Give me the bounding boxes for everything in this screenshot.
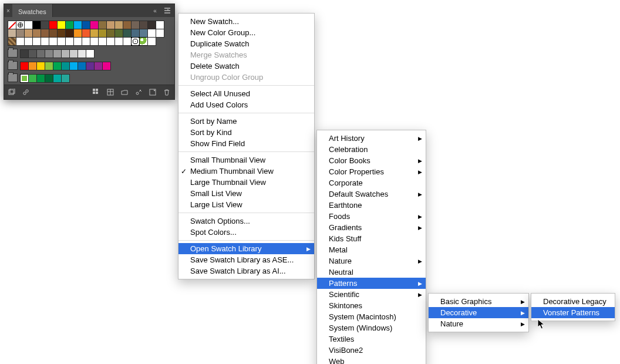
menu-item[interactable]: New Swatch... xyxy=(178,16,314,27)
swatch[interactable] xyxy=(45,62,53,70)
swatch[interactable] xyxy=(61,62,70,70)
menu-item[interactable]: Duplicate Swatch xyxy=(178,38,314,49)
swatch[interactable] xyxy=(53,62,62,70)
new-group-icon[interactable] xyxy=(120,88,129,96)
swatch[interactable] xyxy=(16,29,25,38)
swatch[interactable] xyxy=(61,74,70,83)
menu-item[interactable]: New Color Group... xyxy=(178,27,314,38)
swatch[interactable] xyxy=(73,29,82,38)
folder-icon[interactable] xyxy=(8,61,18,70)
menu-item[interactable]: Color Properties xyxy=(317,166,426,177)
swatch[interactable] xyxy=(156,29,164,38)
menu-item[interactable]: Large List View xyxy=(178,199,314,210)
swatch[interactable] xyxy=(90,21,99,29)
swatch[interactable] xyxy=(69,62,78,70)
swatch[interactable] xyxy=(102,62,111,70)
menu-item[interactable]: Save Swatch Library as AI... xyxy=(178,265,314,277)
menu-item[interactable]: Kids Stuff xyxy=(317,233,426,244)
swatch[interactable] xyxy=(131,21,140,29)
swatch[interactable] xyxy=(82,29,90,38)
swatch[interactable] xyxy=(57,29,66,38)
swatch[interactable] xyxy=(28,49,37,58)
swatches-tab[interactable]: Swatches xyxy=(12,4,53,17)
swatch[interactable] xyxy=(36,49,45,58)
swatch[interactable] xyxy=(106,21,115,29)
swatch[interactable] xyxy=(49,37,58,46)
menu-item[interactable]: Sort by Kind xyxy=(178,127,314,138)
swatch[interactable] xyxy=(90,37,99,46)
swatch[interactable] xyxy=(45,49,53,58)
swatch[interactable] xyxy=(8,29,16,38)
swatch-selected[interactable] xyxy=(20,74,29,83)
swatch[interactable] xyxy=(57,37,66,46)
menu-item[interactable]: Vonster Patterns xyxy=(531,307,615,318)
swatch[interactable] xyxy=(53,74,62,83)
menu-item[interactable]: Add Used Colors xyxy=(178,99,314,110)
swatch[interactable] xyxy=(8,37,16,46)
folder-icon[interactable] xyxy=(8,49,18,58)
swatch[interactable] xyxy=(131,37,140,46)
swatch[interactable] xyxy=(139,29,148,38)
menu-item[interactable]: Sort by Name xyxy=(178,116,314,127)
swatch[interactable] xyxy=(98,21,107,29)
swatch[interactable] xyxy=(24,29,33,38)
swatch[interactable] xyxy=(32,29,41,38)
swatch[interactable] xyxy=(45,74,53,83)
swatch[interactable] xyxy=(106,37,115,46)
swatch[interactable] xyxy=(53,49,62,58)
new-swatch-icon[interactable] xyxy=(149,88,157,96)
panel-close-button[interactable]: × xyxy=(4,4,12,17)
swatch[interactable] xyxy=(24,37,33,46)
swatch[interactable] xyxy=(123,21,132,29)
menu-item[interactable]: Neutral xyxy=(317,267,426,278)
menu-item[interactable]: Save Swatch Library as ASE... xyxy=(178,254,314,265)
swatch[interactable] xyxy=(86,62,95,70)
swatch[interactable] xyxy=(156,21,164,29)
menu-item[interactable]: VisiBone2 xyxy=(317,345,426,356)
swatch[interactable] xyxy=(90,29,99,38)
swatch[interactable] xyxy=(147,29,156,38)
swatch[interactable] xyxy=(114,21,123,29)
menu-item[interactable]: Open Swatch Library xyxy=(178,243,314,254)
swatch[interactable] xyxy=(36,74,45,83)
swatch[interactable] xyxy=(73,37,82,46)
menu-item[interactable]: Large Thumbnail View xyxy=(178,177,314,188)
swatch[interactable] xyxy=(82,37,90,46)
menu-item[interactable]: Small Thumbnail View xyxy=(178,154,314,166)
swatch[interactable] xyxy=(78,49,86,58)
menu-item[interactable]: Nature xyxy=(429,318,528,329)
swatch[interactable] xyxy=(16,21,25,29)
swatch[interactable] xyxy=(82,21,90,29)
menu-item[interactable]: Textiles xyxy=(317,333,426,345)
swatch[interactable] xyxy=(28,74,37,83)
menu-item[interactable]: Web xyxy=(317,356,426,364)
swatch[interactable] xyxy=(16,37,25,46)
menu-item[interactable]: ✓Medium Thumbnail View xyxy=(178,166,314,177)
swatch[interactable] xyxy=(49,29,58,38)
menu-item[interactable]: Small List View xyxy=(178,188,314,199)
swatch[interactable] xyxy=(28,62,37,70)
swatch[interactable] xyxy=(139,37,148,46)
menu-item[interactable]: Celebration xyxy=(317,144,426,155)
menu-item[interactable]: Basic Graphics xyxy=(429,296,528,307)
swatch[interactable] xyxy=(86,49,95,58)
menu-item[interactable]: Spot Colors... xyxy=(178,227,314,238)
options-icon[interactable] xyxy=(106,88,114,96)
folder-icon[interactable] xyxy=(8,73,18,82)
menu-item[interactable]: Default Swatches xyxy=(317,188,426,200)
swatch[interactable] xyxy=(94,62,103,70)
swatch[interactable] xyxy=(123,37,132,46)
menu-item[interactable]: Delete Swatch xyxy=(178,60,314,72)
swatch[interactable] xyxy=(20,49,29,58)
swatch[interactable] xyxy=(147,21,156,29)
library-menu-icon[interactable] xyxy=(8,88,16,96)
menu-item[interactable]: Art History xyxy=(317,133,426,144)
swatch[interactable] xyxy=(114,29,123,38)
menu-item[interactable]: Skintones xyxy=(317,300,426,311)
swatch[interactable] xyxy=(69,49,78,58)
panel-flyout-button[interactable] xyxy=(161,4,174,17)
show-menu-icon[interactable] xyxy=(92,88,100,96)
swatch[interactable] xyxy=(20,62,29,70)
swatch[interactable] xyxy=(131,29,140,38)
swatch[interactable] xyxy=(41,21,49,29)
